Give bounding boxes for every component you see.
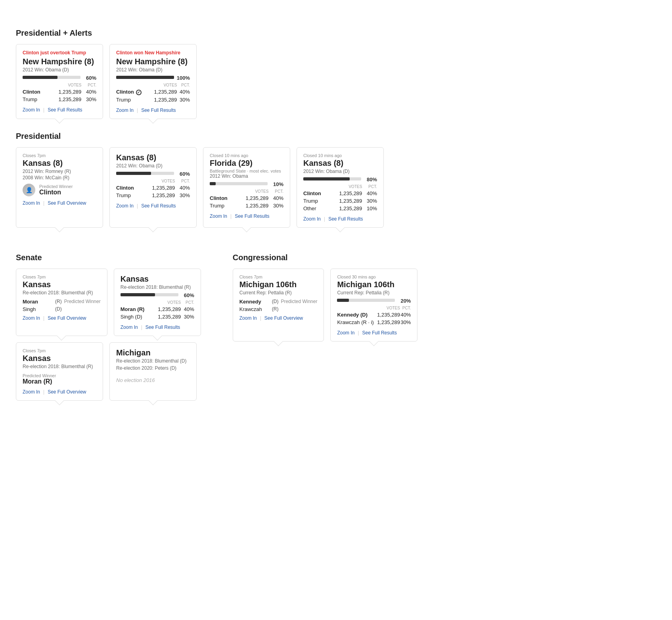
table-row: Clinton 1,235,289 40%: [116, 184, 190, 192]
progress-wrapper-sen-2: 60%: [121, 293, 194, 296]
full-overview-link[interactable]: See Full Overview: [48, 315, 86, 321]
cards-row-alerts: Clinton just overtook Trump New Hampshir…: [16, 44, 656, 119]
zoom-in-link[interactable]: Zoom In: [116, 203, 134, 209]
full-results-link[interactable]: See Full Results: [141, 107, 176, 113]
closed-label-4: Closed 10 mins ago: [303, 153, 377, 158]
full-overview-link[interactable]: See Full Overview: [264, 315, 303, 321]
divider: |: [324, 216, 325, 222]
zoom-in-link[interactable]: Zoom In: [210, 213, 227, 219]
col-pct: PCT.: [177, 83, 190, 88]
predicted-winner-name: Moran (R): [23, 378, 96, 385]
progress-bar-cong-2: [337, 299, 395, 302]
progress-wrapper-pres-3: 10%: [210, 182, 283, 185]
progress-fill-1: [23, 76, 57, 79]
progress-wrapper-1: 60%: [23, 76, 96, 79]
results-table-pres-2: VOTES PCT. Clinton 1,235,289 40% Trump 1…: [116, 179, 190, 199]
progress-label-cong-2: 20%: [400, 298, 411, 304]
candidate-row-inline: Krawczah (R): [239, 306, 318, 312]
table-row: Trump 1,235,289 30%: [210, 202, 283, 209]
candidate-votes: 1,235,289: [376, 311, 400, 319]
candidate-pct: 30%: [268, 202, 283, 209]
table-row: Trump 1,235,289 30%: [23, 96, 96, 103]
full-results-link[interactable]: See Full Results: [141, 203, 176, 209]
divider: |: [43, 315, 44, 321]
zoom-in-link[interactable]: Zoom In: [337, 330, 354, 336]
candidate-party: (R): [55, 299, 62, 304]
pres-card-1: Closes 7pm Kansas (8) 2012 Win: Romney (…: [16, 147, 103, 228]
candidate-pct: 30%: [177, 96, 190, 104]
candidate-party: (D): [55, 306, 62, 312]
section-senate: Senate Closes 7pm Kansas Re-election 201…: [16, 240, 201, 407]
progress-label-sen-2: 60%: [184, 292, 194, 298]
card-title-sen-1: Kansas: [23, 280, 101, 289]
card-links-sen-3: Zoom In | See Full Overview: [23, 389, 96, 395]
table-row: Krawczah (R · i) 1,235,289 30%: [337, 319, 411, 326]
card-title-1: New Hampshire (8): [23, 57, 96, 66]
divider: |: [141, 324, 142, 330]
full-results-link[interactable]: See Full Results: [235, 213, 269, 219]
candidate-name: Clinton: [210, 194, 235, 202]
predicted-winner-label: Predicted Winner: [39, 184, 73, 189]
senate-congressional-wrapper: Senate Closes 7pm Kansas Re-election 201…: [16, 240, 656, 407]
progress-wrapper-cong-2: 20%: [337, 299, 411, 302]
table-row: Trump 1,235,289 30%: [116, 96, 190, 104]
progress-fill-sen-2: [121, 293, 155, 296]
zoom-in-link[interactable]: Zoom In: [23, 200, 40, 206]
card-title-pres-3: Florida (29): [210, 159, 283, 168]
progress-label-pres-4: 80%: [367, 177, 377, 182]
cong-card-1: Closes 7pm Michigan 106th Current Rep: P…: [233, 269, 324, 342]
zoom-in-link[interactable]: Zoom In: [116, 107, 134, 113]
zoom-in-link[interactable]: Zoom In: [121, 324, 138, 330]
predicted-winner-name: Clinton: [39, 189, 73, 196]
full-overview-link[interactable]: See Full Overview: [48, 389, 86, 395]
full-results-link[interactable]: See Full Results: [146, 324, 180, 330]
results-table-pres-4: VOTES PCT. Clinton 1,235,289 40% Trump 1…: [303, 184, 377, 212]
card-links-pres-4: Zoom In | See Full Results: [303, 216, 377, 222]
zoom-in-link[interactable]: Zoom In: [23, 315, 40, 321]
results-table-cong-2: VOTES PCT. Kennedy (D) 1,235,289 40% Kra…: [337, 306, 411, 326]
candidate-name: Trump: [116, 192, 142, 199]
card-title-pres-2: Kansas (8): [116, 153, 190, 162]
table-row: Trump 1,235,289 30%: [303, 197, 377, 205]
divider: |: [137, 107, 138, 113]
section-title-presidential-alerts: Presidential + Alerts: [16, 29, 656, 38]
full-results-link[interactable]: See Full Results: [48, 107, 82, 113]
progress-wrapper-2: 100%: [116, 76, 190, 79]
divider: |: [43, 389, 44, 395]
results-table-sen-2: VOTES PCT. Moran (R) 1,235,289 40% Singh…: [121, 300, 194, 321]
closes-sen-3: Closes 7pm: [23, 348, 96, 353]
predicted-label: Predicted Winner: [64, 299, 101, 304]
zoom-in-link[interactable]: Zoom In: [23, 107, 40, 113]
candidate-votes: 1,235,289: [329, 190, 362, 197]
candidate-name: Moran: [23, 299, 54, 305]
candidate-name: Trump: [303, 197, 329, 205]
zoom-in-link[interactable]: Zoom In: [239, 315, 257, 321]
full-overview-link[interactable]: See Full Overview: [48, 200, 86, 206]
table-row: Trump 1,235,289 30%: [116, 192, 190, 199]
candidate-name: Trump: [116, 96, 148, 104]
progress-wrapper-pres-2: 60%: [116, 172, 190, 175]
candidate-party: (R): [272, 306, 279, 312]
zoom-in-link[interactable]: Zoom In: [23, 389, 40, 395]
card-links-1: Zoom In | See Full Results: [23, 107, 96, 113]
full-results-link[interactable]: See Full Results: [362, 330, 397, 336]
candidate-votes: 1,235,289: [235, 202, 269, 209]
predicted-winner-info: Predicted Winner Clinton: [39, 184, 73, 196]
candidate-votes: 1,235,289: [48, 96, 82, 103]
zoom-in-link[interactable]: Zoom In: [303, 216, 321, 222]
card-links-sen-1: Zoom In | See Full Overview: [23, 315, 101, 321]
results-table-pres-3: VOTES PCT. Clinton 1,235,289 40% Trump 1…: [210, 189, 283, 209]
results-table-1: VOTES PCT. Clinton 1,235,289 40% Trump 1…: [23, 83, 96, 103]
progress-bar-pres-4: [303, 177, 361, 180]
full-results-link[interactable]: See Full Results: [328, 216, 363, 222]
card-title-cong-2: Michigan 106th: [337, 280, 411, 289]
table-row: Clinton 1,235,289 40%: [303, 190, 377, 197]
progress-bar-1: [23, 76, 80, 79]
section-congressional: Congressional Closes 7pm Michigan 106th …: [233, 240, 418, 348]
candidate-pct: 10%: [362, 205, 377, 212]
card-title-sen-3: Kansas: [23, 354, 96, 363]
progress-wrapper-pres-4: 80%: [303, 177, 377, 180]
card-sub-cong-1: Current Rep: Pettalia (R): [239, 290, 318, 296]
card-links-pres-1: Zoom In | See Full Overview: [23, 200, 96, 206]
closes-label-1: Closes 7pm: [23, 153, 96, 158]
